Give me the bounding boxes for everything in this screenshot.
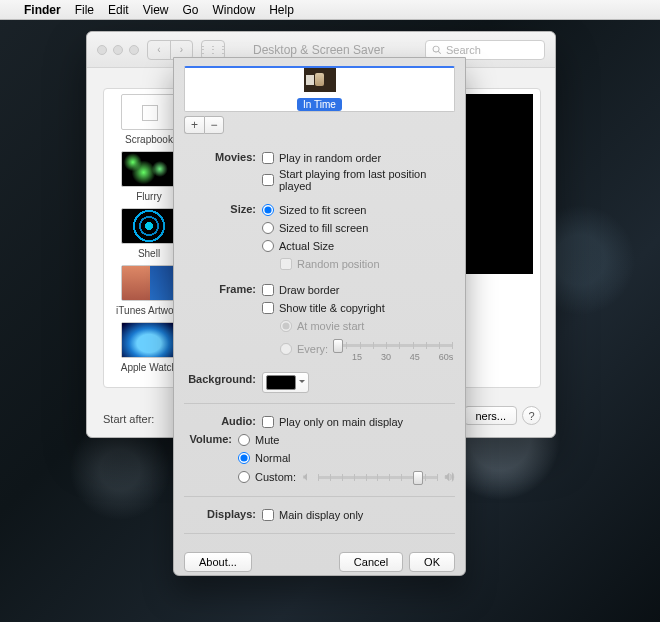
resume-checkbox[interactable]: Start playing from last position played xyxy=(262,168,455,192)
menu-file[interactable]: File xyxy=(75,3,94,17)
divider-2 xyxy=(184,496,455,497)
slider-knob xyxy=(333,339,343,353)
menu-view[interactable]: View xyxy=(143,3,169,17)
thumb-watch xyxy=(121,322,177,358)
movie-thumbnail[interactable] xyxy=(304,68,336,92)
divider-3 xyxy=(184,533,455,534)
frame-label: Frame: xyxy=(184,282,262,295)
main-display-only-checkbox[interactable]: Main display only xyxy=(262,507,455,523)
displays-label: Displays: xyxy=(184,507,262,520)
screensaver-label: Scrapbook xyxy=(125,134,173,145)
draw-border-checkbox[interactable]: Draw border xyxy=(262,282,455,298)
every-row: Every: 15 30 45 60s xyxy=(280,336,455,362)
every-slider xyxy=(333,336,453,354)
volume-normal-radio[interactable]: Normal xyxy=(238,450,455,466)
volume-label: Volume: xyxy=(184,432,238,445)
size-fill-radio[interactable]: Sized to fill screen xyxy=(262,220,455,236)
background-color-picker[interactable] xyxy=(262,372,309,393)
screensaver-label: Apple Watch xyxy=(121,362,177,373)
opt-label: Custom: xyxy=(255,471,296,483)
minimize-window-button[interactable] xyxy=(113,45,123,55)
forward-button[interactable]: › xyxy=(170,41,192,59)
volume-mute-radio[interactable]: Mute xyxy=(238,432,455,448)
menu-go[interactable]: Go xyxy=(183,3,199,17)
play-random-checkbox[interactable]: Play in random order xyxy=(262,150,455,166)
opt-label: At movie start xyxy=(297,320,364,332)
hot-corners-button[interactable]: ners... xyxy=(464,406,517,425)
divider-1 xyxy=(184,403,455,404)
search-icon xyxy=(432,45,442,55)
volume-low-icon xyxy=(301,471,313,483)
size-label: Size: xyxy=(184,202,262,215)
volume-custom-row[interactable]: Custom: xyxy=(238,468,455,486)
opt-label: Random position xyxy=(297,258,380,270)
opt-label: Actual Size xyxy=(279,240,334,252)
options-form: Movies: Play in random order Start playi… xyxy=(184,140,455,544)
thumb-itunes xyxy=(121,265,177,301)
every-radio xyxy=(280,343,292,355)
zoom-window-button[interactable] xyxy=(129,45,139,55)
opt-label: Normal xyxy=(255,452,290,464)
movies-label: Movies: xyxy=(184,150,262,163)
opt-label: Every: xyxy=(297,343,328,355)
random-position-checkbox: Random position xyxy=(280,256,455,272)
menu-window[interactable]: Window xyxy=(213,3,256,17)
opt-label: Play in random order xyxy=(279,152,381,164)
background-label: Background: xyxy=(184,372,262,385)
opt-label: Sized to fill screen xyxy=(279,222,368,234)
at-movie-start-radio: At movie start xyxy=(280,318,455,334)
menubar: Finder File Edit View Go Window Help xyxy=(0,0,660,20)
menu-edit[interactable]: Edit xyxy=(108,3,129,17)
opt-label: Play only on main display xyxy=(279,416,403,428)
start-after-label: Start after: xyxy=(103,413,154,425)
size-actual-radio[interactable]: Actual Size xyxy=(262,238,455,254)
ok-button[interactable]: OK xyxy=(409,552,455,572)
opt-label: Draw border xyxy=(279,284,340,296)
window-title: Desktop & Screen Saver xyxy=(253,43,384,57)
thumb-flurry xyxy=(121,151,177,187)
screensaver-options-sheet: In Time + − Movies: Play in random order… xyxy=(173,57,466,576)
menu-help[interactable]: Help xyxy=(269,3,294,17)
size-fit-radio[interactable]: Sized to fit screen xyxy=(262,202,455,218)
add-movie-button[interactable]: + xyxy=(184,116,204,134)
movie-well[interactable]: In Time xyxy=(184,66,455,112)
opt-label: Sized to fit screen xyxy=(279,204,366,216)
remove-movie-button[interactable]: − xyxy=(204,116,224,134)
cancel-button[interactable]: Cancel xyxy=(339,552,403,572)
sheet-footer: About... Cancel OK xyxy=(184,544,455,572)
add-remove-group: + − xyxy=(184,116,455,134)
about-button[interactable]: About... xyxy=(184,552,252,572)
show-title-checkbox[interactable]: Show title & copyright xyxy=(262,300,455,316)
screensaver-label: iTunes Artwork xyxy=(116,305,182,316)
thumb-scrapbook xyxy=(121,94,177,130)
search-placeholder: Search xyxy=(446,44,481,56)
opt-label: Main display only xyxy=(279,509,363,521)
opt-label: Mute xyxy=(255,434,279,446)
volume-slider[interactable] xyxy=(318,468,438,486)
opt-label: Show title & copyright xyxy=(279,302,385,314)
traffic-lights xyxy=(97,45,139,55)
screensaver-label: Shell xyxy=(138,248,160,259)
audio-label: Audio: xyxy=(184,414,262,427)
movie-title-badge: In Time xyxy=(297,98,342,111)
slider-knob[interactable] xyxy=(413,471,423,485)
background-swatch xyxy=(266,375,296,390)
main-display-only-audio-checkbox[interactable]: Play only on main display xyxy=(262,414,455,430)
volume-custom-radio[interactable] xyxy=(238,471,250,483)
volume-high-icon xyxy=(443,471,455,483)
app-menu[interactable]: Finder xyxy=(24,3,61,17)
thumb-shell xyxy=(121,208,177,244)
close-window-button[interactable] xyxy=(97,45,107,55)
back-button[interactable]: ‹ xyxy=(148,41,170,59)
screensaver-label: Flurry xyxy=(136,191,162,202)
opt-label: Start playing from last position played xyxy=(279,168,455,192)
help-button[interactable]: ? xyxy=(522,406,541,425)
